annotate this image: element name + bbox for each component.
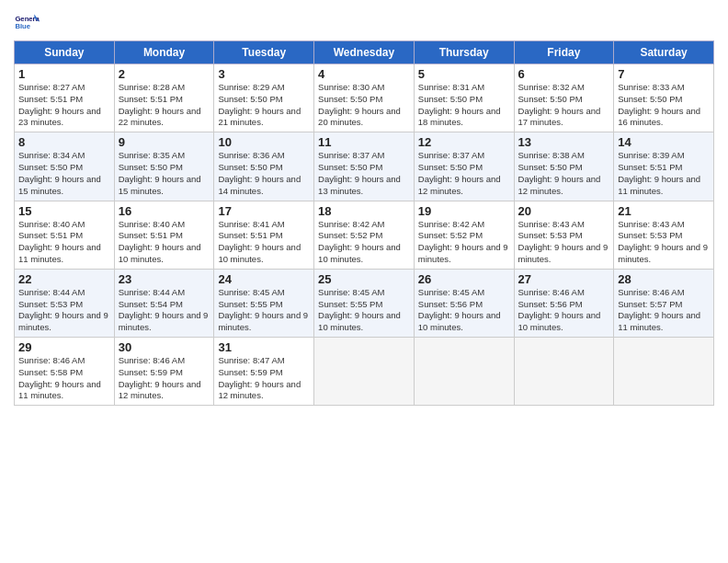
calendar-table: SundayMondayTuesdayWednesdayThursdayFrid…: [14, 40, 714, 406]
calendar-day-cell: 31Sunrise: 8:47 AMSunset: 5:59 PMDayligh…: [214, 338, 314, 406]
day-number: 20: [518, 204, 610, 218]
calendar-day-cell: 16Sunrise: 8:40 AMSunset: 5:51 PMDayligh…: [114, 201, 214, 269]
day-number: 28: [618, 272, 710, 286]
calendar-day-cell: 4Sunrise: 8:30 AMSunset: 5:50 PMDaylight…: [314, 64, 415, 132]
day-number: 9: [119, 135, 210, 149]
calendar-day-cell: 28Sunrise: 8:46 AMSunset: 5:57 PMDayligh…: [614, 269, 714, 337]
calendar-day-cell: 14Sunrise: 8:39 AMSunset: 5:51 PMDayligh…: [614, 132, 714, 201]
day-content: Sunrise: 8:47 AMSunset: 5:59 PMDaylight:…: [218, 355, 310, 402]
calendar-day-cell: 20Sunrise: 8:43 AMSunset: 5:53 PMDayligh…: [514, 201, 614, 269]
calendar-day-cell: 10Sunrise: 8:36 AMSunset: 5:50 PMDayligh…: [214, 132, 314, 201]
day-content: Sunrise: 8:42 AMSunset: 5:52 PMDaylight:…: [318, 219, 410, 266]
calendar-day-cell: 8Sunrise: 8:34 AMSunset: 5:50 PMDaylight…: [15, 132, 115, 201]
calendar-day-cell: 12Sunrise: 8:37 AMSunset: 5:50 PMDayligh…: [414, 132, 514, 201]
calendar-day-cell: 21Sunrise: 8:43 AMSunset: 5:53 PMDayligh…: [614, 201, 714, 269]
calendar-day-cell: 29Sunrise: 8:46 AMSunset: 5:58 PMDayligh…: [15, 338, 115, 406]
calendar-day-cell: 24Sunrise: 8:45 AMSunset: 5:55 PMDayligh…: [214, 269, 314, 337]
calendar-day-cell: 1Sunrise: 8:27 AMSunset: 5:51 PMDaylight…: [15, 64, 115, 132]
day-content: Sunrise: 8:40 AMSunset: 5:51 PMDaylight:…: [119, 219, 210, 266]
day-number: 14: [618, 135, 710, 149]
day-content: Sunrise: 8:35 AMSunset: 5:50 PMDaylight:…: [119, 150, 210, 197]
day-content: Sunrise: 8:30 AMSunset: 5:50 PMDaylight:…: [318, 82, 410, 129]
logo-icon: General Blue: [14, 9, 40, 35]
day-number: 16: [119, 204, 210, 218]
day-content: Sunrise: 8:37 AMSunset: 5:50 PMDaylight:…: [418, 150, 510, 197]
day-content: Sunrise: 8:43 AMSunset: 5:53 PMDaylight:…: [618, 219, 710, 266]
day-content: Sunrise: 8:42 AMSunset: 5:52 PMDaylight:…: [418, 219, 510, 266]
calendar-day-cell: [314, 338, 415, 406]
day-content: Sunrise: 8:44 AMSunset: 5:53 PMDaylight:…: [18, 287, 110, 334]
day-content: Sunrise: 8:37 AMSunset: 5:50 PMDaylight:…: [318, 150, 410, 197]
day-number: 4: [318, 67, 410, 81]
calendar-day-cell: [614, 338, 714, 406]
day-content: Sunrise: 8:28 AMSunset: 5:51 PMDaylight:…: [119, 82, 210, 129]
weekday-header-row: SundayMondayTuesdayWednesdayThursdayFrid…: [15, 41, 714, 64]
day-content: Sunrise: 8:31 AMSunset: 5:50 PMDaylight:…: [418, 82, 510, 129]
calendar-day-cell: [414, 338, 514, 406]
day-content: Sunrise: 8:32 AMSunset: 5:50 PMDaylight:…: [518, 82, 610, 129]
day-number: 24: [218, 272, 310, 286]
calendar-day-cell: 23Sunrise: 8:44 AMSunset: 5:54 PMDayligh…: [114, 269, 214, 337]
weekday-header: Sunday: [15, 41, 115, 64]
day-content: Sunrise: 8:39 AMSunset: 5:51 PMDaylight:…: [618, 150, 710, 197]
day-content: Sunrise: 8:45 AMSunset: 5:55 PMDaylight:…: [218, 287, 310, 334]
day-content: Sunrise: 8:33 AMSunset: 5:50 PMDaylight:…: [618, 82, 710, 129]
day-number: 2: [119, 67, 210, 81]
day-content: Sunrise: 8:45 AMSunset: 5:55 PMDaylight:…: [318, 287, 410, 334]
day-number: 6: [518, 67, 610, 81]
calendar-day-cell: 27Sunrise: 8:46 AMSunset: 5:56 PMDayligh…: [514, 269, 614, 337]
svg-text:Blue: Blue: [15, 22, 30, 30]
day-number: 31: [218, 340, 310, 354]
weekday-header: Friday: [514, 41, 614, 64]
calendar-day-cell: 3Sunrise: 8:29 AMSunset: 5:50 PMDaylight…: [214, 64, 314, 132]
weekday-header: Saturday: [614, 41, 714, 64]
day-content: Sunrise: 8:29 AMSunset: 5:50 PMDaylight:…: [218, 82, 310, 129]
day-number: 27: [518, 272, 610, 286]
day-content: Sunrise: 8:46 AMSunset: 5:59 PMDaylight:…: [119, 355, 210, 402]
calendar-week-row: 8Sunrise: 8:34 AMSunset: 5:50 PMDaylight…: [15, 132, 714, 201]
day-number: 8: [18, 135, 110, 149]
calendar-day-cell: 2Sunrise: 8:28 AMSunset: 5:51 PMDaylight…: [114, 64, 214, 132]
calendar-day-cell: 22Sunrise: 8:44 AMSunset: 5:53 PMDayligh…: [15, 269, 115, 337]
weekday-header: Wednesday: [314, 41, 415, 64]
day-number: 10: [218, 135, 310, 149]
day-number: 18: [318, 204, 410, 218]
calendar-day-cell: 17Sunrise: 8:41 AMSunset: 5:51 PMDayligh…: [214, 201, 314, 269]
calendar-day-cell: 25Sunrise: 8:45 AMSunset: 5:55 PMDayligh…: [314, 269, 415, 337]
day-content: Sunrise: 8:46 AMSunset: 5:58 PMDaylight:…: [18, 355, 110, 402]
calendar-day-cell: 13Sunrise: 8:38 AMSunset: 5:50 PMDayligh…: [514, 132, 614, 201]
day-number: 22: [18, 272, 110, 286]
calendar-day-cell: 9Sunrise: 8:35 AMSunset: 5:50 PMDaylight…: [114, 132, 214, 201]
calendar-day-cell: [514, 338, 614, 406]
calendar-week-row: 29Sunrise: 8:46 AMSunset: 5:58 PMDayligh…: [15, 338, 714, 406]
calendar-day-cell: 15Sunrise: 8:40 AMSunset: 5:51 PMDayligh…: [15, 201, 115, 269]
day-number: 13: [518, 135, 610, 149]
day-number: 11: [318, 135, 410, 149]
calendar-week-row: 1Sunrise: 8:27 AMSunset: 5:51 PMDaylight…: [15, 64, 714, 132]
day-number: 25: [318, 272, 410, 286]
day-content: Sunrise: 8:34 AMSunset: 5:50 PMDaylight:…: [18, 150, 110, 197]
day-number: 23: [119, 272, 210, 286]
day-number: 7: [618, 67, 710, 81]
calendar-week-row: 15Sunrise: 8:40 AMSunset: 5:51 PMDayligh…: [15, 201, 714, 269]
calendar-day-cell: 26Sunrise: 8:45 AMSunset: 5:56 PMDayligh…: [414, 269, 514, 337]
calendar-day-cell: 18Sunrise: 8:42 AMSunset: 5:52 PMDayligh…: [314, 201, 415, 269]
day-number: 12: [418, 135, 510, 149]
calendar-day-cell: 19Sunrise: 8:42 AMSunset: 5:52 PMDayligh…: [414, 201, 514, 269]
day-content: Sunrise: 8:36 AMSunset: 5:50 PMDaylight:…: [218, 150, 310, 197]
day-content: Sunrise: 8:44 AMSunset: 5:54 PMDaylight:…: [119, 287, 210, 334]
weekday-header: Tuesday: [214, 41, 314, 64]
day-number: 30: [119, 340, 210, 354]
day-number: 17: [218, 204, 310, 218]
day-number: 19: [418, 204, 510, 218]
calendar-day-cell: 11Sunrise: 8:37 AMSunset: 5:50 PMDayligh…: [314, 132, 415, 201]
calendar-week-row: 22Sunrise: 8:44 AMSunset: 5:53 PMDayligh…: [15, 269, 714, 337]
weekday-header: Thursday: [414, 41, 514, 64]
calendar-day-cell: 30Sunrise: 8:46 AMSunset: 5:59 PMDayligh…: [114, 338, 214, 406]
day-content: Sunrise: 8:45 AMSunset: 5:56 PMDaylight:…: [418, 287, 510, 334]
day-number: 21: [618, 204, 710, 218]
calendar-day-cell: 5Sunrise: 8:31 AMSunset: 5:50 PMDaylight…: [414, 64, 514, 132]
day-content: Sunrise: 8:41 AMSunset: 5:51 PMDaylight:…: [218, 219, 310, 266]
logo: General Blue: [14, 9, 41, 35]
day-content: Sunrise: 8:27 AMSunset: 5:51 PMDaylight:…: [18, 82, 110, 129]
